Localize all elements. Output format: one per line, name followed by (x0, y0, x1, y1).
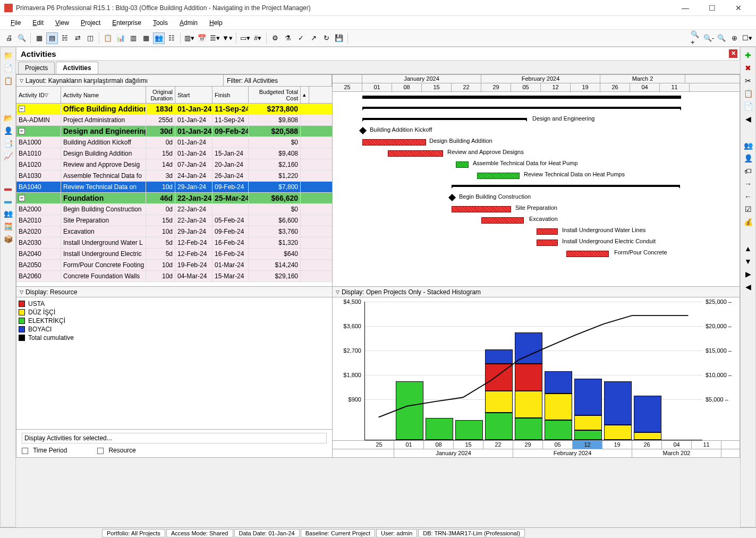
level-icon[interactable]: ⚗ (282, 32, 294, 44)
menu-tools[interactable]: Tools (148, 18, 173, 28)
docs-icon[interactable]: 📑 (3, 139, 13, 148)
table-row[interactable]: BA2030Install Underground Water L5d12-Fe… (16, 237, 332, 249)
col-duration[interactable]: Original Duration (146, 87, 175, 103)
table-row[interactable]: BA1030Assemble Technical Data fo3d24-Jan… (16, 170, 332, 182)
time-period-checkbox[interactable] (22, 448, 28, 454)
expense-icon[interactable]: 💰 (743, 217, 753, 227)
menu-admin[interactable]: Admin (174, 18, 203, 28)
menu-view[interactable]: View (50, 18, 74, 28)
table-row[interactable]: BA2060Concrete Foundation Walls10d04-Mar… (16, 271, 332, 282)
apply-icon[interactable]: ✓ (295, 32, 307, 44)
timescale-icon[interactable]: 📅 (196, 32, 208, 44)
network-icon[interactable]: ◫ (84, 32, 96, 44)
histogram-display-label[interactable]: Display: Open Projects Only - Stacked Hi… (342, 288, 481, 296)
table-row[interactable]: −Office Building Addition -183d01-Jan-24… (16, 104, 332, 115)
add-icon[interactable]: ✚ (743, 50, 753, 60)
projects-icon[interactable]: 📁 (3, 50, 13, 60)
view-close-icon[interactable]: ✕ (729, 49, 737, 58)
chart-icon[interactable]: 📊 (115, 32, 126, 44)
bars-icon[interactable]: ▥ (128, 32, 139, 44)
menu-file[interactable]: File (5, 18, 26, 28)
table-row[interactable]: −Design and Engineering30d01-Jan-2409-Fe… (16, 126, 332, 137)
layout-dropdown-icon[interactable]: ▽ (20, 78, 23, 83)
up-arrow-icon[interactable]: ▲ (743, 244, 753, 253)
schedule-icon[interactable]: ⚙ (269, 32, 281, 44)
maximize-button[interactable]: ☐ (704, 4, 720, 12)
gantt-chart[interactable]: January 2024February 2024March 2 2501081… (333, 75, 740, 286)
gantt-icon[interactable]: ▤ (46, 32, 58, 44)
down-arrow-icon[interactable]: ▼ (743, 257, 753, 266)
hash-icon[interactable]: #▾ (252, 32, 264, 44)
resource-item[interactable]: BOYACI (19, 325, 330, 334)
tab-projects[interactable]: Projects (18, 62, 55, 74)
zoom-out-icon[interactable]: 🔍- (703, 32, 715, 44)
store-icon[interactable]: 💾 (333, 32, 345, 44)
steps-icon[interactable]: ☑ (743, 204, 753, 214)
table-row[interactable]: BA1040Review Technical Data on10d29-Jan-… (16, 182, 332, 193)
resource-item[interactable]: DÜZ İŞÇİ (19, 308, 330, 317)
table-row[interactable]: BA2000Begin Building Construction0d22-Ja… (16, 204, 332, 215)
copy2-icon[interactable]: 📋 (743, 89, 753, 98)
columns-icon[interactable]: ▥▾ (183, 32, 195, 44)
zoom-in-icon[interactable]: 🔍+ (690, 32, 702, 44)
tracking-icon[interactable]: 📈 (3, 151, 13, 161)
resource-display-label[interactable]: Display: Resource (26, 288, 77, 296)
code-dock-icon[interactable]: 🏷 (743, 166, 753, 176)
progress-icon[interactable]: ↗ (308, 32, 319, 44)
left2-arrow-icon[interactable]: ◀ (743, 282, 753, 292)
pred-icon[interactable]: → (743, 179, 753, 189)
role-icon[interactable]: 👥 (3, 209, 13, 218)
group-icon[interactable]: ☰▾ (209, 32, 220, 44)
zoom-ext-icon[interactable]: ⊕ (728, 32, 740, 44)
recalc-icon[interactable]: ↻ (320, 32, 332, 44)
wbs-icon[interactable]: ☵ (59, 32, 71, 44)
pkg-icon[interactable]: 📦 (3, 234, 13, 244)
table-row[interactable]: BA2010Site Preparation15d22-Jan-2405-Feb… (16, 215, 332, 226)
folder-icon[interactable]: 📂 (3, 113, 13, 123)
table-icon[interactable]: ▦ (140, 32, 152, 44)
reports-icon[interactable]: 📋 (3, 76, 13, 86)
table-row[interactable]: −Foundation46d22-Jan-2425-Mar-24$66,620 (16, 193, 332, 204)
table-row[interactable]: BA2020Excavation10d29-Jan-2409-Feb-24$3,… (16, 226, 332, 237)
profile-icon[interactable]: 👥 (153, 32, 165, 44)
delete-icon[interactable]: ✖ (743, 63, 753, 73)
col-activity-name[interactable]: Activity Name (61, 87, 146, 103)
col-start[interactable]: Start (175, 87, 213, 103)
table-row[interactable]: BA1010Design Building Addition15d01-Jan-… (16, 148, 332, 159)
trace-icon[interactable]: ⇄ (72, 32, 83, 44)
succ-icon[interactable]: ← (743, 192, 753, 201)
menu-enterprise[interactable]: Enterprise (107, 18, 147, 28)
cut-icon[interactable]: ✂ (743, 76, 753, 86)
bars2-icon[interactable]: ▭▾ (239, 32, 251, 44)
col-finish[interactable]: Finish (213, 87, 249, 103)
filter-icon[interactable]: ▼▾ (222, 32, 233, 44)
table-row[interactable]: BA1000Building Addition Kickoff0d01-Jan-… (16, 137, 332, 148)
left-arrow-icon[interactable]: ◀ (743, 114, 753, 124)
layout-label[interactable]: Layout: Kaynakların karşılaştırmalı dağı… (26, 77, 148, 84)
right-arrow-icon[interactable]: ▶ (743, 269, 753, 279)
resource-dock-icon[interactable]: 👥 (743, 141, 753, 150)
resource-item[interactable]: USTA (19, 300, 330, 308)
menu-help[interactable]: Help (204, 18, 228, 28)
table-row[interactable]: BA2050Form/Pour Concrete Footing10d19-Fe… (16, 260, 332, 271)
minimize-button[interactable]: — (677, 4, 693, 12)
resource-display-dropdown-icon[interactable]: ▽ (20, 289, 23, 295)
tab-activities[interactable]: Activities (56, 62, 98, 74)
resource-checkbox[interactable] (97, 448, 104, 454)
print-icon[interactable]: 🖨 (3, 32, 15, 44)
act-dock-icon[interactable]: ▬ (3, 196, 13, 206)
close-button[interactable]: ✕ (730, 4, 746, 12)
table-row[interactable]: BA-ADMINProject Administration255d01-Jan… (16, 115, 332, 126)
histogram-chart[interactable]: $900$1,800$2,700$3,600$4,500$5,000 –$10,… (333, 297, 740, 440)
histogram-display-dropdown-icon[interactable]: ▽ (336, 289, 339, 295)
table-row[interactable]: BA2040Install Underground Electric5d12-F… (16, 249, 332, 260)
paste-icon[interactable]: 📄 (743, 101, 753, 111)
resource-item[interactable]: Total cumulative (19, 334, 330, 342)
resource-item[interactable]: ELEKTRİKÇİ (19, 317, 330, 325)
role-dock-icon[interactable]: 👤 (743, 153, 753, 163)
col-activity-id[interactable]: Activity ID ▽ (16, 87, 61, 103)
calc-icon[interactable]: 🧮 (3, 221, 13, 231)
zoom-fit-icon[interactable]: 🔍 (716, 32, 727, 44)
zoom-more-icon[interactable]: ☐▾ (741, 32, 753, 44)
grid-icon[interactable]: ▦ (33, 32, 45, 44)
